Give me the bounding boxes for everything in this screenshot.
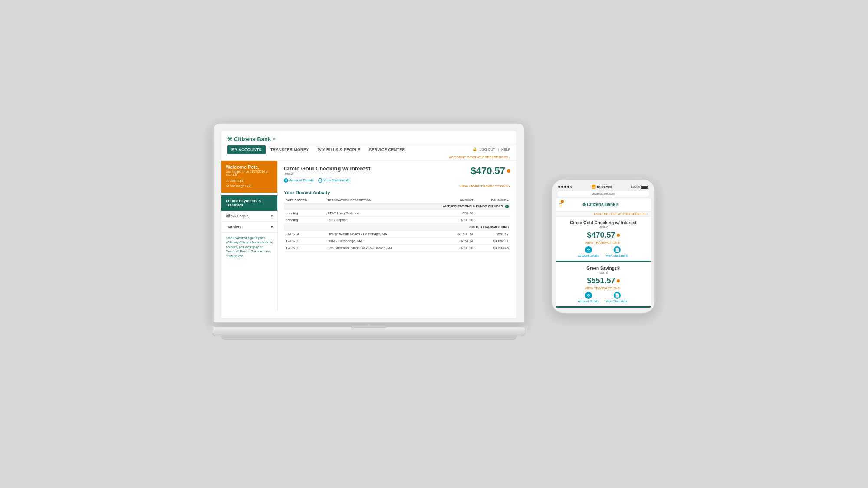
wifi-icon: 📶 — [592, 185, 596, 189]
account-details-label: Account Details — [289, 178, 314, 182]
phone-bank-header: ≡ ❊ Citizens Bank® — [556, 198, 651, 212]
row-balance: $551.57 — [475, 230, 510, 237]
sidebar: Welcome Pete, Last logged in on 01/27/20… — [221, 161, 278, 311]
phone-account-card-1: Circle Gold Checking w/ Interest -9662 $… — [556, 217, 651, 262]
view-more-transactions[interactable]: VIEW MORE TRANSACTIONS ▾ — [284, 184, 510, 188]
phone-signal-dots — [558, 186, 572, 188]
row-date: pending — [284, 216, 326, 223]
posted-section-header: POSTED TRANSACTIONS — [284, 223, 510, 230]
row-date: 12/29/13 — [284, 244, 326, 251]
signal-dot-2 — [561, 186, 563, 188]
signal-dot-1 — [558, 186, 560, 188]
laptop-notch — [352, 326, 386, 328]
row-desc: POS Deposit — [326, 216, 441, 223]
view-statements-link[interactable]: 📄 View Statements — [318, 178, 350, 183]
future-payments-box: Future Payments & Transfers — [221, 195, 277, 211]
phone-pref-bar[interactable]: ACCOUNT DISPLAY PREFERENCES › — [556, 212, 651, 217]
nav-tab-service-center[interactable]: SERVICE CENTER — [365, 145, 409, 154]
account-details-link[interactable]: ⚙ Account Details — [284, 178, 314, 183]
sidebar-item-transfers[interactable]: Transfers ▾ — [221, 222, 277, 233]
phone-statements-icon-2: 📄 — [614, 292, 621, 299]
recent-activity-title: Your Recent Activity — [284, 190, 510, 195]
col-balance: BALANCE ● — [475, 198, 510, 203]
logout-link[interactable]: LOG OUT — [480, 147, 495, 151]
balance-indicator-dot — [507, 169, 510, 173]
nav-tab-transfer-money[interactable]: TRANSFER MONEY — [266, 145, 313, 154]
alerts-item[interactable]: ⚠ Alerts (3) — [226, 179, 273, 183]
phone-account-details-label-1: Account Details — [578, 254, 599, 257]
row-balance — [475, 210, 510, 216]
battery-icon — [641, 185, 648, 189]
account-details-icon: ⚙ — [284, 178, 288, 183]
phone-account-details-icon-1: ⚙ — [585, 246, 592, 253]
logo-symbol: ❊ — [227, 136, 232, 142]
posted-header-text: POSTED TRANSACTIONS — [284, 223, 510, 230]
phone-account-details-label-2: Account Details — [578, 300, 599, 303]
phone-balance-value-2: $551.57 — [587, 276, 615, 285]
sidebar-promo: Small overdrafts get a pass. With any Ci… — [221, 233, 277, 262]
help-link[interactable]: HELP — [501, 147, 510, 151]
phone-view-transactions-2[interactable]: VIEW TRANSACTIONS › — [559, 286, 648, 290]
nav-tab-my-accounts[interactable]: MY ACCOUNTS — [227, 145, 266, 154]
phone-view-transactions-1[interactable]: VIEW TRANSACTIONS › — [559, 241, 648, 245]
messages-item[interactable]: ✉ Messages (2) — [226, 184, 273, 188]
table-row: 01/01/14 Design Within Reach - Cambridge… — [284, 230, 510, 237]
phone-statements-icon-1: 📄 — [614, 246, 621, 253]
main-scene: ❊ Citizens Bank® MY ACCOUNTS TRANSFER MO… — [213, 123, 655, 366]
table-row: 12/29/13 Ben Sherman, Store 146705 - Bos… — [284, 244, 510, 251]
phone-statements-label-1: View Statements — [606, 254, 628, 257]
laptop-base-bottom — [221, 336, 516, 340]
signal-dot-5 — [570, 186, 572, 188]
balance-value: $470.57 — [470, 165, 505, 177]
row-date: pending — [284, 210, 326, 216]
phone-url-bar[interactable]: citizensbank.com — [557, 191, 649, 197]
menu-notification-dot — [561, 200, 564, 203]
phone-account-card-2: Green Savings® -5678 $551.57 VIEW TRANSA… — [556, 262, 651, 308]
account-number: -9662 — [284, 172, 370, 176]
row-balance: $3,052.11 — [475, 237, 510, 244]
account-links: ⚙ Account Details 📄 View Statements — [284, 178, 510, 183]
bank-nav: MY ACCOUNTS TRANSFER MONEY PAY BILLS & P… — [221, 145, 516, 154]
phone-account-number-2: -5678 — [559, 271, 648, 275]
phone-account-details-2[interactable]: ⚙ Account Details — [578, 292, 599, 303]
phone-logo-symbol: ❊ — [582, 202, 586, 207]
col-date: DATE POSTED — [284, 198, 326, 203]
phone-view-statements-2[interactable]: 📄 View Statements — [606, 292, 628, 303]
phone-logo-trademark: ® — [616, 203, 619, 207]
alert-icon: ⚠ — [226, 179, 229, 183]
phone-view-statements-1[interactable]: 📄 View Statements — [606, 246, 628, 257]
account-info: Circle Gold Checking w/ Interest -9662 — [284, 165, 370, 176]
phone-account-details-icon-2: ⚙ — [585, 292, 592, 299]
table-row: pending AT&T Long Distance -$81.00 — [284, 210, 510, 216]
logout-icon: 🔒 — [473, 147, 477, 151]
nav-tab-pay-bills[interactable]: PAY BILLS & PEOPLE — [314, 145, 365, 154]
row-date: 12/30/13 — [284, 237, 326, 244]
row-amount: -$100.00 — [441, 244, 475, 251]
phone-account-number-1: -9662 — [559, 225, 648, 229]
sidebar-item-bills[interactable]: Bills & People ▾ — [221, 211, 277, 222]
laptop-device: ❊ Citizens Bank® MY ACCOUNTS TRANSFER MO… — [213, 123, 525, 340]
phone-action-links-1: ⚙ Account Details 📄 View Statements — [559, 246, 648, 257]
phone-bank-logo: ❊ Citizens Bank® — [582, 202, 619, 207]
col-description: TRANSACTION DESCRIPTION — [326, 198, 441, 203]
row-amount: -$81.00 — [441, 210, 475, 216]
phone-time: 8:08 AM — [597, 185, 612, 189]
alerts-label: Alerts (3) — [230, 179, 244, 183]
phone-account-name-1: Circle Gold Checking w/ Interest — [559, 220, 648, 225]
account-name: Circle Gold Checking w/ Interest — [284, 165, 370, 172]
signal-dot-4 — [567, 186, 569, 188]
phone-menu-container: ≡ — [559, 201, 562, 209]
phone-statements-label-2: View Statements — [606, 300, 628, 303]
battery-percent: 100% — [631, 185, 640, 189]
bank-app: ❊ Citizens Bank® MY ACCOUNTS TRANSFER MO… — [221, 131, 516, 318]
bills-chevron: ▾ — [271, 214, 273, 218]
bank-body: Welcome Pete, Last logged in on 01/27/20… — [221, 161, 516, 311]
bank-logo: ❊ Citizens Bank® — [227, 136, 510, 142]
phone-account-details-1[interactable]: ⚙ Account Details — [578, 246, 599, 257]
bank-header: ❊ Citizens Bank® — [221, 131, 516, 145]
auth-header-text: AUTHORIZATIONS & FUNDS ON HOLD — [443, 204, 503, 208]
pref-bar[interactable]: ACCOUNT DISPLAY PREFERENCES › — [221, 154, 516, 161]
row-desc: H&M - Cambridge, MA — [326, 237, 441, 244]
logo-trademark: ® — [273, 137, 275, 141]
laptop-base — [213, 327, 525, 336]
